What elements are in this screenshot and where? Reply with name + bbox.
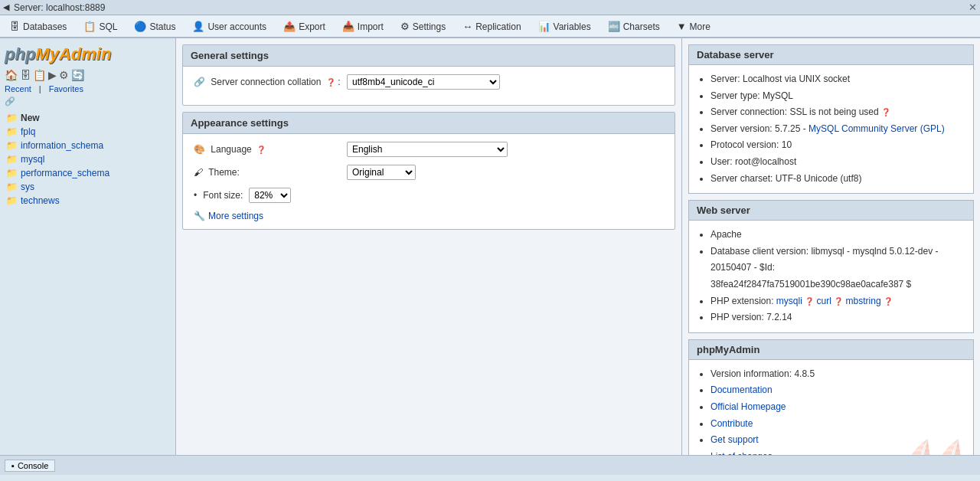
- fontsize-label: Font size:: [203, 190, 243, 201]
- collation-help-icon[interactable]: ❓: [326, 78, 335, 87]
- appearance-settings-section: Appearance settings 🎨 Language ❓ English…: [182, 112, 675, 230]
- recent-link[interactable]: Recent: [5, 84, 31, 93]
- tab-charsets[interactable]: 🔤Charsets: [599, 15, 668, 37]
- db-item-sys[interactable]: 📁sys: [3, 180, 172, 194]
- db-server-item-0: Server: Localhost via UNIX socket: [710, 71, 965, 88]
- theme-row: 🖌 Theme: Original pmahomme: [194, 165, 664, 180]
- pma-link-list-of-changes[interactable]: List of changes: [710, 451, 773, 455]
- tab-replication[interactable]: ↔Replication: [454, 15, 529, 37]
- db-icon[interactable]: 🗄: [20, 69, 31, 81]
- language-select[interactable]: English French German Spanish: [347, 142, 508, 157]
- db-server-item-4: Protocol version: 10: [710, 137, 965, 154]
- db-server-item-2: Server connection: SSL is not being used…: [710, 104, 965, 121]
- phpmyadmin-logo: phpMyAdmin: [5, 44, 111, 64]
- db-server-list: Server: Localhost via UNIX socketServer …: [697, 71, 965, 187]
- tab-sql[interactable]: 📋SQL: [75, 15, 126, 37]
- user_accounts-icon: 👤: [192, 21, 204, 32]
- language-row: 🎨 Language ❓ English French German Spani…: [194, 142, 664, 157]
- tab-databases[interactable]: 🗄Databases: [2, 15, 75, 37]
- pma-link-4: List of changes: [710, 449, 965, 455]
- recent-favorites-bar: Recent | Favorites: [0, 83, 175, 95]
- web-server-panel: Web server ApacheDatabase client version…: [688, 200, 974, 333]
- appearance-settings-body: 🎨 Language ❓ English French German Spani…: [183, 134, 675, 229]
- db-item-information_schema[interactable]: 📁information_schema: [3, 139, 172, 152]
- collation-select[interactable]: utf8mb4_unicode_ci utf8_general_ci latin…: [347, 74, 500, 90]
- web-server-body: ApacheDatabase client version: libmysql …: [688, 220, 974, 333]
- web-server-list: ApacheDatabase client version: libmysql …: [697, 227, 965, 326]
- phpmyadmin-panel-body: Version information: 4.8.5DocumentationO…: [688, 359, 974, 455]
- status-icon: 🔵: [134, 21, 146, 32]
- phpmyadmin-panel: phpMyAdmin Version information: 4.8.5Doc…: [688, 339, 974, 455]
- db-server-body: Server: Localhost via UNIX socketServer …: [688, 64, 974, 194]
- top-bar: ◀ Server: localhost:8889 ✕: [0, 0, 980, 15]
- refresh-icon[interactable]: 🔄: [71, 69, 84, 81]
- pma-link-2: Contribute: [710, 416, 965, 433]
- pma-link-official-homepage[interactable]: Official Homepage: [710, 401, 786, 412]
- collapse-arrow[interactable]: ◀: [3, 2, 9, 12]
- variables-icon: 📊: [538, 21, 550, 32]
- favorites-link[interactable]: Favorites: [49, 84, 83, 93]
- sql-icon[interactable]: ▶: [48, 69, 57, 81]
- table-icon[interactable]: 📋: [33, 69, 46, 81]
- db-item-technews[interactable]: 📁technews: [3, 194, 172, 208]
- settings-icon[interactable]: ⚙: [59, 69, 69, 81]
- phpmyadmin-panel-title: phpMyAdmin: [688, 339, 974, 359]
- sql-icon: 📋: [83, 21, 96, 32]
- tab-export[interactable]: 📤Export: [275, 15, 334, 37]
- web-server-item-3: PHP version: 7.2.14: [710, 309, 965, 326]
- home-icon[interactable]: 🏠: [5, 69, 18, 81]
- tab-variables[interactable]: 📊Variables: [530, 15, 599, 37]
- more-settings-link[interactable]: 🔧 More settings: [194, 211, 664, 221]
- general-settings-section: General settings 🔗 Server connection col…: [182, 44, 675, 106]
- db-server-title: Database server: [688, 44, 974, 64]
- pma-link-get-support[interactable]: Get support: [710, 434, 759, 445]
- tab-more[interactable]: ▼More: [668, 15, 719, 37]
- fontsize-select[interactable]: 82% 100% 120%: [249, 188, 291, 203]
- export-icon: 📤: [283, 21, 296, 32]
- more-icon: ▼: [677, 21, 687, 32]
- theme-label: 🖌 Theme:: [194, 167, 347, 178]
- right-panel: Database server Server: Localhost via UN…: [681, 38, 980, 455]
- db-item-mysql[interactable]: 📁mysql: [3, 152, 172, 166]
- web-server-title: Web server: [688, 200, 974, 220]
- pma-link-3: Get support: [710, 432, 965, 449]
- tab-status[interactable]: 🔵Status: [126, 15, 184, 37]
- db-item-New[interactable]: 📁New: [3, 111, 172, 125]
- fontsize-row: • Font size: 82% 100% 120%: [194, 188, 664, 203]
- sidebar: phpMyAdmin 🏠 🗄 📋 ▶ ⚙ 🔄 Recent | Favorite…: [0, 38, 176, 455]
- db-server-item-5: User: root@localhost: [710, 154, 965, 171]
- pma-link-0: Documentation: [710, 382, 965, 399]
- console-button[interactable]: ▪ Console: [5, 460, 55, 472]
- close-button[interactable]: ✕: [969, 2, 977, 13]
- pma-version: Version information: 4.8.5: [710, 366, 965, 383]
- web-server-item-1: Database client version: libmysql - mysq…: [710, 244, 965, 293]
- general-settings-title: General settings: [183, 45, 675, 67]
- general-settings-body: 🔗 Server connection collation ❓ : utf8mb…: [183, 67, 675, 105]
- nav-tabs: 🗄Databases📋SQL🔵Status👤User accounts📤Expo…: [0, 15, 980, 38]
- tab-settings[interactable]: ⚙Settings: [392, 15, 454, 37]
- server-title: Server: localhost:8889: [14, 2, 969, 13]
- pma-link-contribute[interactable]: Contribute: [710, 418, 753, 429]
- web-server-item-2: PHP extension: mysqli ❓ curl ❓ mbstring …: [710, 293, 965, 310]
- content-area: General settings 🔗 Server connection col…: [176, 38, 681, 455]
- replication-icon: ↔: [462, 21, 472, 32]
- tab-user_accounts[interactable]: 👤User accounts: [184, 15, 275, 37]
- web-server-item-0: Apache: [710, 227, 965, 244]
- db-item-performance_schema[interactable]: 📁performance_schema: [3, 166, 172, 180]
- appearance-settings-title: Appearance settings: [183, 113, 675, 134]
- pma-list: Version information: 4.8.5DocumentationO…: [697, 366, 965, 455]
- db-item-fplq[interactable]: 📁fplq: [3, 125, 172, 139]
- wrench-icon: 🔧: [194, 211, 205, 221]
- theme-select[interactable]: Original pmahomme: [347, 165, 416, 180]
- collation-row: 🔗 Server connection collation ❓ : utf8mb…: [194, 74, 664, 90]
- main-layout: phpMyAdmin 🏠 🗄 📋 ▶ ⚙ 🔄 Recent | Favorite…: [0, 38, 980, 455]
- tab-import[interactable]: 📥Import: [334, 15, 392, 37]
- database-list: 📁New📁fplq📁information_schema📁mysql📁perfo…: [0, 108, 175, 211]
- db-server-item-6: Server charset: UTF-8 Unicode (utf8): [710, 171, 965, 188]
- pma-link-documentation[interactable]: Documentation: [710, 384, 773, 395]
- collation-label: 🔗 Server connection collation ❓ :: [194, 77, 347, 87]
- settings-icon: ⚙: [400, 21, 410, 32]
- db-server-item-1: Server type: MySQL: [710, 88, 965, 105]
- language-help-icon[interactable]: ❓: [256, 146, 266, 154]
- databases-icon: 🗄: [10, 21, 20, 32]
